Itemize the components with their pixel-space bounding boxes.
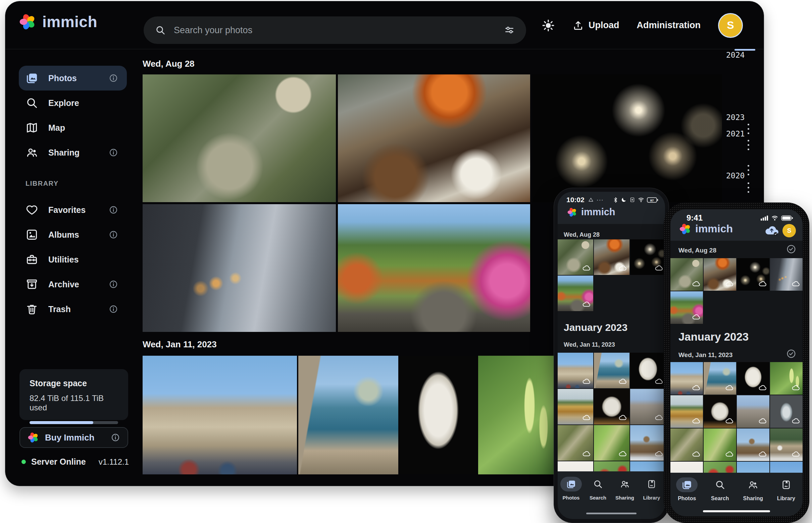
month-header: January 2023 xyxy=(678,330,748,343)
photo-bust[interactable] xyxy=(400,356,477,474)
nav-item-search[interactable]: Search xyxy=(587,477,609,501)
filter-sliders-icon[interactable] xyxy=(504,25,515,36)
user-avatar[interactable]: S xyxy=(782,224,796,237)
photo-coastal[interactable] xyxy=(594,353,629,388)
photo-jungle[interactable] xyxy=(558,239,593,275)
nav-item-library[interactable]: Library xyxy=(775,477,797,502)
info-icon[interactable] xyxy=(109,279,118,289)
photo-jungle[interactable] xyxy=(670,258,703,291)
user-avatar[interactable]: S xyxy=(718,13,743,38)
phone2-bottom-nav: Photos Search xyxy=(670,473,802,516)
info-icon[interactable] xyxy=(109,205,118,215)
photo-park[interactable] xyxy=(670,291,703,324)
library-section-header: LIBRARY xyxy=(25,180,138,187)
sidebar-item-map[interactable]: Map xyxy=(19,115,127,140)
select-check-icon[interactable] xyxy=(786,244,796,254)
photo-wall[interactable] xyxy=(737,395,770,428)
photo-fireworks[interactable] xyxy=(630,239,665,275)
server-status-row: Server Online v1.112.1 xyxy=(21,457,129,467)
photo-grapes[interactable] xyxy=(770,362,802,395)
photo-dinner[interactable] xyxy=(338,74,530,202)
photo-sculpt2[interactable] xyxy=(594,389,629,425)
nav-item-sharing[interactable]: Sharing xyxy=(614,477,636,501)
photo-fireworks[interactable] xyxy=(532,74,722,202)
photo-hands[interactable] xyxy=(770,258,802,291)
nav-item-photos[interactable]: Photos xyxy=(560,477,582,501)
photo-park[interactable] xyxy=(338,204,530,332)
sidebar-item-photos[interactable]: Photos xyxy=(19,66,127,91)
photo-bust[interactable] xyxy=(630,353,665,388)
photo-grapes[interactable] xyxy=(478,356,556,474)
photo-wall[interactable] xyxy=(630,389,665,425)
photo-church[interactable] xyxy=(630,425,665,461)
select-check-icon[interactable] xyxy=(786,349,796,359)
photo-row xyxy=(143,74,722,202)
dnd-moon-icon xyxy=(621,197,627,203)
photo-coastal[interactable] xyxy=(298,356,398,474)
photo-fortress[interactable] xyxy=(558,353,593,388)
info-icon[interactable] xyxy=(109,148,118,157)
search-bar[interactable] xyxy=(144,16,526,44)
photo-dinner[interactable] xyxy=(704,258,736,291)
photo-lizard1[interactable] xyxy=(558,425,593,461)
nav-item-library[interactable]: Library xyxy=(641,477,662,501)
photo-fortress[interactable] xyxy=(143,356,297,474)
cloud-sync-icon xyxy=(792,417,800,425)
sidebar-item-utilities[interactable]: Utilities xyxy=(19,247,127,272)
home-indicator[interactable] xyxy=(703,510,770,512)
home-indicator[interactable] xyxy=(586,512,637,514)
timeline-year[interactable]: 2024 xyxy=(726,51,745,59)
sidebar-item-sharing[interactable]: Sharing xyxy=(19,140,127,165)
timeline-dot xyxy=(747,191,749,193)
timeline-dot xyxy=(747,144,749,146)
info-icon[interactable] xyxy=(109,304,118,314)
upload-label: Upload xyxy=(589,20,619,31)
nav-item-sharing[interactable]: Sharing xyxy=(742,477,764,502)
nav-item-search[interactable]: Search xyxy=(709,477,731,502)
cloud-sync-icon xyxy=(582,377,590,385)
search-input[interactable] xyxy=(174,25,496,36)
photo-lizard1[interactable] xyxy=(670,429,703,461)
top-navbar: immich xyxy=(5,1,764,49)
sidebar-item-archive[interactable]: Archive xyxy=(19,272,127,297)
photo-lizard2[interactable] xyxy=(594,425,629,461)
photo-fortress[interactable] xyxy=(670,362,703,395)
photo-lizard2[interactable] xyxy=(704,429,736,461)
photo-jungle[interactable] xyxy=(143,74,336,202)
photo-park[interactable] xyxy=(558,275,593,311)
buy-immich-button[interactable]: Buy Immich xyxy=(19,427,128,448)
cloud-sync-icon xyxy=(582,450,590,458)
cloud-sync-icon xyxy=(692,313,700,321)
timeline-dot xyxy=(747,165,749,167)
photo-row xyxy=(558,389,665,425)
sidebar-item-trash[interactable]: Trash xyxy=(19,297,127,322)
nav-item-photos[interactable]: Photos xyxy=(676,477,697,502)
photo-hands[interactable] xyxy=(143,204,336,332)
photo-dinner[interactable] xyxy=(594,239,629,275)
info-icon[interactable] xyxy=(111,433,120,442)
cloud-sync-icon xyxy=(792,383,800,392)
sidebar-item-explore[interactable]: Explore xyxy=(19,91,127,115)
info-icon[interactable] xyxy=(109,230,118,239)
timeline-year[interactable]: 2021 xyxy=(726,129,745,138)
photo-coastal[interactable] xyxy=(704,362,736,395)
administration-link[interactable]: Administration xyxy=(637,20,701,31)
photo-village[interactable] xyxy=(770,429,802,461)
photo-fireworks[interactable] xyxy=(737,258,770,291)
timeline-year[interactable]: 2020 xyxy=(726,171,745,180)
sidebar-item-favorites[interactable]: Favorites xyxy=(19,197,127,222)
timeline-year[interactable]: 2023 xyxy=(726,113,745,122)
upload-button[interactable]: Upload xyxy=(572,20,619,31)
photo-beach[interactable] xyxy=(670,395,703,428)
theme-toggle-sun-icon[interactable] xyxy=(541,19,555,32)
info-icon[interactable] xyxy=(109,73,118,83)
photo-sculpt2[interactable] xyxy=(704,395,736,428)
photo-beach[interactable] xyxy=(558,389,593,425)
server-status-label: Server Online xyxy=(31,457,86,467)
photo-church[interactable] xyxy=(737,429,770,461)
sidebar-item-albums[interactable]: Albums xyxy=(19,222,127,247)
backup-cloud-icon[interactable] xyxy=(764,224,779,237)
brand[interactable]: immich xyxy=(19,13,97,31)
photo-bust[interactable] xyxy=(737,362,770,395)
photo-trophy[interactable] xyxy=(770,395,802,428)
